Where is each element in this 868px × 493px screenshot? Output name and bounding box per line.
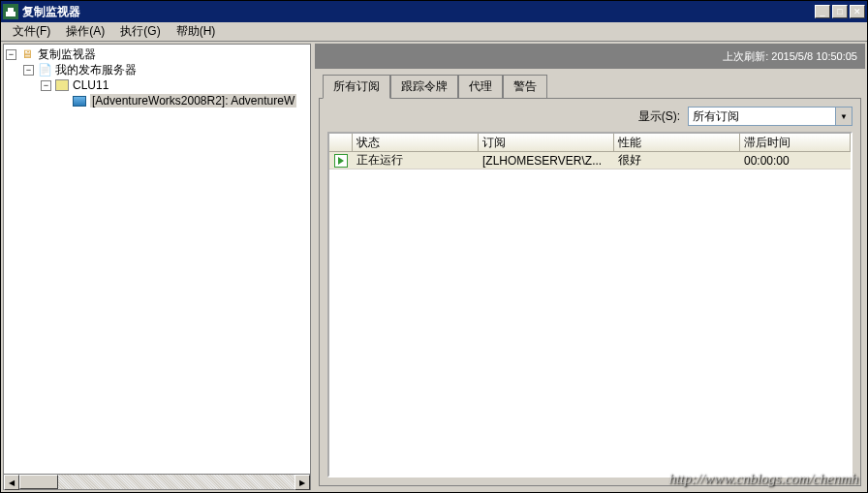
menu-file[interactable]: 文件(F) (5, 21, 58, 42)
publication-icon (72, 93, 87, 108)
app-icon (3, 4, 18, 19)
cell-subscription: [ZLHOMESERVER\Z... (479, 154, 614, 168)
tree-root-label: 复制监视器 (38, 46, 96, 63)
filter-value: 所有订阅 (693, 108, 739, 125)
tree-publication[interactable]: [AdventureWorks2008R2]: AdventureW (6, 93, 308, 108)
filter-label: 显示(S): (638, 108, 680, 125)
tree[interactable]: − 🖥 复制监视器 − 📄 我的发布服务器 − CLU11 [ (4, 45, 310, 474)
monitor-icon: 🖥 (19, 46, 35, 62)
maximize-button[interactable]: □ (832, 5, 848, 18)
content-area: − 🖥 复制监视器 − 📄 我的发布服务器 − CLU11 [ (1, 42, 867, 492)
tab-warnings[interactable]: 警告 (503, 75, 547, 98)
grid-body: 正在运行 [ZLHOMESERVER\Z... 很好 00:00:00 (329, 152, 851, 476)
scroll-track[interactable] (19, 475, 294, 489)
menu-help[interactable]: 帮助(H) (169, 21, 224, 42)
window-title: 复制监视器 (22, 4, 815, 20)
cell-status: 正在运行 (353, 152, 479, 169)
right-header: 上次刷新: 2015/5/8 10:50:05 (315, 44, 865, 69)
row-status-icon (329, 154, 353, 168)
expand-toggle-icon[interactable]: − (6, 49, 16, 60)
filter-row: 显示(S): 所有订阅 (327, 107, 852, 126)
titlebar-buttons: _ □ ✕ (815, 5, 865, 18)
running-icon (334, 154, 348, 168)
folder-icon: 📄 (37, 62, 52, 77)
tab-all-subscriptions[interactable]: 所有订阅 (323, 75, 390, 99)
tree-publication-label: [AdventureWorks2008R2]: AdventureW (90, 94, 296, 108)
tabs-wrap: 所有订阅 跟踪令牌 代理 警告 (315, 69, 865, 98)
tab-tracer-tokens[interactable]: 跟踪令牌 (390, 75, 458, 98)
menu-action[interactable]: 操作(A) (58, 21, 112, 42)
tree-server-label: CLU11 (73, 78, 108, 92)
right-pane: 上次刷新: 2015/5/8 10:50:05 所有订阅 跟踪令牌 代理 警告 … (315, 44, 865, 490)
tabs: 所有订阅 跟踪令牌 代理 警告 (315, 75, 865, 98)
col-icon[interactable] (329, 134, 353, 151)
col-performance[interactable]: 性能 (614, 134, 740, 151)
scroll-left-button[interactable]: ◀ (4, 475, 19, 490)
menu-run[interactable]: 执行(G) (112, 21, 168, 42)
menubar: 文件(F) 操作(A) 执行(G) 帮助(H) (1, 22, 867, 42)
tree-publisher-group[interactable]: − 📄 我的发布服务器 (6, 62, 308, 77)
tree-hscrollbar[interactable]: ◀ ▶ (4, 474, 310, 489)
col-latency[interactable]: 滞后时间 (740, 134, 851, 151)
tree-pane: − 🖥 复制监视器 − 📄 我的发布服务器 − CLU11 [ (3, 44, 311, 490)
col-status[interactable]: 状态 (353, 134, 479, 151)
cell-latency: 00:00:00 (740, 154, 851, 168)
last-refresh-label: 上次刷新: (723, 49, 768, 64)
tree-root[interactable]: − 🖥 复制监视器 (6, 46, 308, 62)
scroll-right-button[interactable]: ▶ (294, 475, 310, 490)
minimize-button[interactable]: _ (815, 5, 830, 18)
subscription-grid: 状态 订阅 性能 滞后时间 正在运行 [ZLHOMESERVER\Z... 很好… (327, 132, 852, 478)
filter-select[interactable]: 所有订阅 (688, 107, 852, 126)
app-window: 复制监视器 _ □ ✕ 文件(F) 操作(A) 执行(G) 帮助(H) − 🖥 … (0, 0, 868, 493)
svg-rect-0 (6, 12, 16, 16)
cell-performance: 很好 (614, 152, 740, 169)
last-refresh-time: 2015/5/8 10:50:05 (771, 50, 857, 62)
table-row[interactable]: 正在运行 [ZLHOMESERVER\Z... 很好 00:00:00 (329, 152, 851, 169)
col-subscription[interactable]: 订阅 (479, 134, 614, 151)
tab-panel: 显示(S): 所有订阅 状态 订阅 性能 滞后时间 (319, 98, 861, 486)
svg-rect-1 (8, 8, 14, 12)
tree-server[interactable]: − CLU11 (6, 77, 308, 93)
close-button[interactable]: ✕ (850, 5, 865, 18)
grid-header: 状态 订阅 性能 滞后时间 (329, 134, 851, 152)
scroll-thumb[interactable] (19, 475, 58, 489)
expand-toggle-icon[interactable]: − (23, 65, 34, 76)
tab-agents[interactable]: 代理 (458, 75, 503, 98)
tree-publisher-group-label: 我的发布服务器 (55, 62, 137, 78)
titlebar: 复制监视器 _ □ ✕ (1, 1, 867, 22)
expand-toggle-icon[interactable]: − (41, 80, 51, 91)
server-icon (54, 77, 70, 93)
